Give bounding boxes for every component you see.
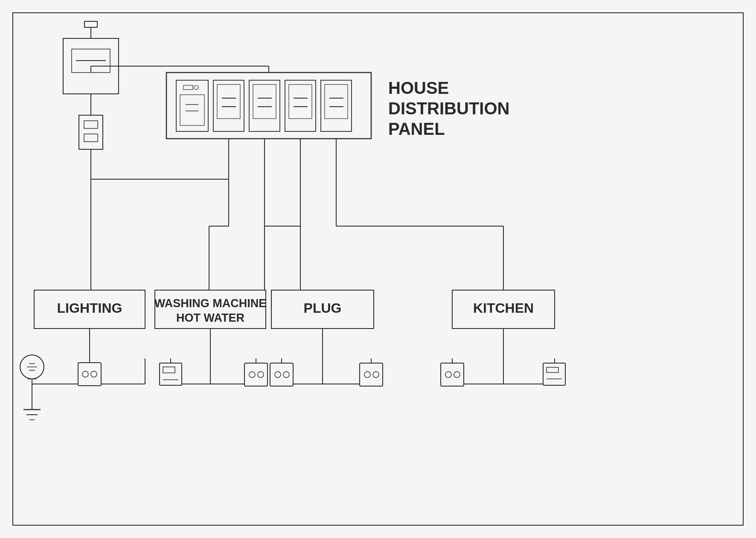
svg-point-68 — [91, 371, 97, 377]
svg-point-93 — [364, 372, 370, 378]
diagram-canvas: HOUSE DISTRIBUTION PANEL — [0, 0, 756, 538]
washing-label-line2: HOT WATER — [176, 311, 244, 324]
svg-point-90 — [275, 372, 281, 378]
svg-rect-79 — [163, 367, 175, 373]
svg-rect-10 — [84, 134, 98, 142]
svg-rect-89 — [270, 363, 293, 386]
svg-rect-66 — [78, 363, 101, 386]
lighting-label: LIGHTING — [57, 300, 122, 316]
svg-rect-9 — [84, 121, 98, 128]
svg-rect-20 — [217, 84, 240, 119]
washing-label-line1: WASHING MACHINE — [154, 297, 267, 310]
svg-rect-104 — [547, 367, 558, 372]
svg-rect-16 — [180, 95, 204, 125]
svg-rect-103 — [543, 363, 565, 385]
svg-rect-14 — [183, 85, 193, 90]
svg-point-67 — [82, 371, 88, 377]
svg-rect-24 — [253, 84, 276, 119]
svg-rect-32 — [325, 84, 348, 119]
svg-point-102 — [454, 372, 460, 378]
svg-rect-100 — [441, 363, 464, 386]
svg-text:PANEL: PANEL — [388, 119, 445, 138]
plug-label: PLUG — [304, 300, 342, 316]
svg-point-91 — [283, 372, 289, 378]
svg-rect-92 — [360, 363, 383, 386]
svg-point-15 — [194, 85, 198, 90]
svg-rect-78 — [160, 363, 182, 385]
svg-point-94 — [373, 372, 379, 378]
svg-rect-8 — [79, 115, 103, 149]
svg-rect-81 — [244, 363, 268, 386]
svg-text:DISTRIBUTION: DISTRIBUTION — [388, 99, 509, 118]
svg-point-82 — [249, 372, 255, 378]
svg-point-101 — [445, 372, 451, 378]
distribution-panel-label: HOUSE — [388, 79, 449, 97]
svg-rect-28 — [289, 84, 312, 119]
svg-point-83 — [258, 372, 264, 378]
kitchen-label: KITCHEN — [473, 300, 534, 316]
svg-rect-2 — [84, 21, 97, 27]
